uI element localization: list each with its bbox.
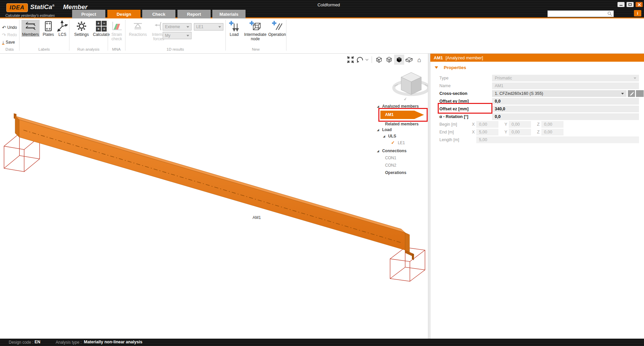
- chevron-down-icon: [218, 26, 221, 28]
- axis-x-label: X: [472, 121, 475, 128]
- tree-item-uls[interactable]: ◢ ULS: [383, 134, 396, 138]
- design-code-value: EN: [35, 340, 40, 344]
- 3d-viewport[interactable]: ⌂ AM1 ◢ Analyzed members AM1 Related mem…: [0, 54, 428, 339]
- annotation-highlight-offset-ez: [438, 103, 492, 114]
- property-row-type: Type Prismatic: [430, 74, 644, 82]
- load-button[interactable]: Load: [227, 20, 241, 37]
- solid-view-button[interactable]: [394, 55, 404, 65]
- members-button[interactable]: Members: [21, 20, 40, 37]
- reactions-icon: [132, 20, 144, 33]
- plates-button[interactable]: Plates: [41, 20, 56, 37]
- pencil-icon: [629, 91, 634, 96]
- shaded-view-button[interactable]: [384, 55, 394, 65]
- wireframe-view-button[interactable]: [374, 55, 384, 65]
- property-row-name: Name AM1: [430, 82, 644, 90]
- intermediate-node-button[interactable]: Intermediate node: [242, 20, 268, 41]
- undo-button[interactable]: ↶ Undo: [2, 24, 17, 31]
- tree-expanded-icon[interactable]: ◢: [377, 150, 379, 153]
- tree-item-con2[interactable]: CON2: [385, 163, 396, 168]
- tab-project[interactable]: Project: [72, 10, 105, 18]
- offset-ey-input[interactable]: 0,0: [492, 98, 639, 105]
- group-label-mna: MNA: [108, 47, 125, 51]
- tree-item-connections[interactable]: ◢ Connections: [377, 149, 407, 153]
- loadcase-dropdown: LE1: [194, 23, 223, 31]
- tree-item-related-members[interactable]: Related members: [385, 122, 419, 126]
- home-view-button[interactable]: ⌂: [414, 55, 424, 65]
- idea-logo: IDEA: [6, 3, 28, 12]
- search-input[interactable]: [548, 11, 607, 16]
- logo-text: IDEA: [10, 4, 25, 11]
- analysis-type-value: Materially non-linear analysis: [84, 340, 142, 344]
- axis-y-label: Y: [504, 128, 507, 136]
- add-cross-section-button[interactable]: [636, 90, 644, 97]
- plates-icon: [44, 20, 53, 33]
- tab-materials[interactable]: Materials: [212, 10, 246, 18]
- home-icon: ⌂: [417, 57, 421, 63]
- tree-expanded-icon[interactable]: ◢: [383, 135, 385, 138]
- redo-button: ↷ Redo: [2, 32, 17, 38]
- close-button[interactable]: [636, 2, 643, 7]
- end-y-field: 0,00: [509, 129, 531, 135]
- toolbar-separator: [372, 56, 372, 63]
- viewport-toolbar: ⌂: [345, 54, 424, 65]
- operation-button[interactable]: Operation: [268, 20, 286, 37]
- component-dropdown: My: [163, 32, 192, 39]
- clip-section-button[interactable]: [404, 55, 414, 65]
- rotate-options-chevron[interactable]: [364, 55, 370, 65]
- end-x-field: 5,00: [476, 129, 498, 135]
- axis-x-label: X: [472, 128, 475, 136]
- brand-tagline: Calculate yesterday's estimates: [5, 13, 55, 17]
- ribbon-separator: [125, 20, 125, 51]
- minimize-icon: [619, 3, 623, 6]
- rotate-view-icon: [356, 56, 364, 63]
- edit-cross-section-button[interactable]: [628, 90, 635, 97]
- tree-expanded-icon[interactable]: ◢: [377, 128, 379, 131]
- info-button[interactable]: i: [634, 10, 641, 16]
- tab-check[interactable]: Check: [142, 10, 175, 18]
- begin-x-field: 0,00: [476, 121, 498, 128]
- save-button[interactable]: ↓ Save: [2, 39, 15, 45]
- tab-design[interactable]: Design: [107, 10, 141, 18]
- lcs-button[interactable]: LCS: [56, 20, 68, 37]
- selected-object-name: AM1: [434, 55, 443, 60]
- rotate-view-button[interactable]: [356, 55, 364, 65]
- checkmark-icon[interactable]: ✓: [391, 140, 395, 145]
- tree-item-operations[interactable]: Operations: [385, 170, 406, 175]
- strain-check-button: Strain check: [109, 20, 124, 41]
- minimize-button[interactable]: [618, 2, 625, 7]
- reactions-button: Reactions: [127, 20, 148, 37]
- annotation-highlight-am1: [378, 108, 428, 122]
- properties-panel: AM1 [Analyzed member] Properties Type Pr…: [430, 54, 644, 339]
- settings-button[interactable]: Settings: [72, 20, 91, 37]
- undo-icon: ↶: [2, 25, 6, 30]
- end-z-field: 0,00: [541, 129, 564, 135]
- selected-object-type: [Analyzed member]: [445, 55, 483, 60]
- tree-item-load[interactable]: ◢ Load: [377, 127, 392, 132]
- cross-section-select[interactable]: 1. CFZed260x160 (S 355): [492, 90, 627, 97]
- begin-y-field: 0,00: [509, 121, 531, 128]
- tree-item-con1[interactable]: CON1: [385, 156, 396, 160]
- axis-z-label: Z: [537, 121, 540, 128]
- length-field: 5,00: [476, 136, 639, 143]
- document-title: Coldformed: [302, 2, 356, 7]
- section-collapse-icon[interactable]: [435, 66, 438, 69]
- chevron-down-icon: [621, 93, 624, 95]
- properties-section-header[interactable]: Properties: [430, 64, 644, 71]
- chevron-down-icon: [365, 59, 369, 61]
- maximize-button[interactable]: [627, 2, 634, 7]
- tab-report[interactable]: Report: [177, 10, 211, 18]
- zoom-fit-icon: [347, 56, 354, 63]
- zoom-fit-button[interactable]: [345, 55, 356, 65]
- search-icon: [607, 11, 612, 16]
- calculate-button[interactable]: + − × ÷ Calculate: [91, 20, 111, 37]
- tree-item-le1[interactable]: ✓ LE1: [391, 140, 405, 145]
- panel-divider[interactable]: [428, 54, 430, 339]
- properties-header: AM1 [Analyzed member]: [430, 54, 644, 62]
- rotation-input[interactable]: 0,0: [492, 113, 639, 120]
- clip-wedge-icon: [405, 56, 414, 64]
- extreme-dropdown: Extreme: [163, 23, 192, 31]
- offset-ez-input[interactable]: 340,0: [492, 106, 639, 112]
- maximize-icon: [628, 3, 632, 6]
- tree-expanded-icon[interactable]: ◢: [377, 105, 379, 108]
- ribbon-separator: [225, 20, 226, 51]
